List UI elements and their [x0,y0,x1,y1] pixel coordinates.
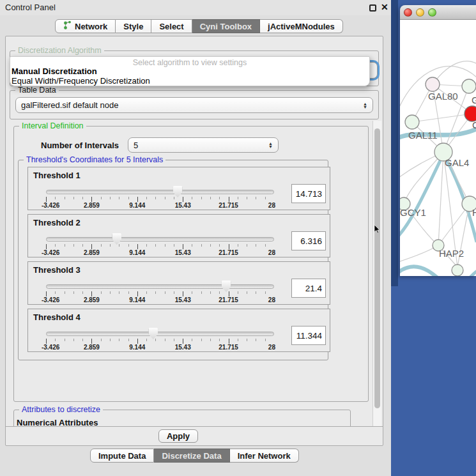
tab-discretize-label: Discretize Data [162,451,221,461]
slider-tick-labels: -3.426 2.859 9.144 15.43 21.715 28 [46,202,274,209]
zoom-traffic-icon[interactable] [428,8,436,17]
threshold-3-slider[interactable]: -3.426 2.859 9.144 15.43 21.715 28 [46,281,274,303]
algorithm-option-manual[interactable]: Manual Discretization [12,66,97,76]
slider-tick-labels: -3.426 2.859 9.144 15.43 21.715 28 [46,296,274,303]
slider-track[interactable] [46,284,274,289]
number-of-intervals-value: 5 [134,141,138,150]
attributes-group: Attributes to discretize Numerical Attri… [13,410,351,426]
slider-track[interactable] [46,237,274,242]
slider-thumb[interactable] [148,328,158,339]
network-canvas[interactable]: GAL80 GA C GAL11 GAL4 GCY1 H HAP2 [400,20,476,276]
slider-tick-labels: -3.426 2.859 9.144 15.43 21.715 28 [46,249,274,256]
tick-label: 15.43 [175,296,191,303]
tick-label: 15.43 [175,344,191,351]
divider [6,426,383,427]
tab-cyni-toolbox[interactable]: Cyni Toolbox [192,19,260,33]
float-window-icon[interactable] [369,4,376,12]
tick-label: 28 [268,296,275,303]
tick-label: 28 [268,249,275,256]
tick-label: 2.859 [84,296,100,303]
threshold-4-value-field[interactable]: 11.344 [291,326,326,345]
tick-label: -3.426 [42,344,59,351]
slider-tick-labels: -3.426 2.859 9.144 15.43 21.715 28 [46,344,274,351]
slider-track[interactable] [46,332,274,336]
slider-ticks [46,244,274,249]
table-data-combobox[interactable]: galFiltered.sif default node ▲▼ [15,97,373,113]
tab-impute-data[interactable]: Impute Data [90,449,154,463]
threshold-coordinates-label: Threshold's Coordinates for 5 Intervals [24,155,165,164]
minimize-traffic-icon[interactable] [416,8,424,17]
tab-network[interactable]: Network [55,19,116,33]
slider-ticks [46,197,274,202]
tick-label: 15.43 [175,249,191,256]
label-gal80: GAL80 [428,91,458,102]
slider-ticks [46,339,274,344]
stepper-icon: ▲▼ [268,142,273,148]
threshold-3-title: Threshold 3 [33,265,81,275]
close-traffic-icon[interactable] [404,8,412,17]
threshold-2-panel: Threshold 2 -3.426 2.859 9.144 15.43 21.… [27,214,330,257]
slider-track[interactable] [46,190,274,194]
tab-jactivemnodules[interactable]: jActiveMNodules [260,19,343,33]
slider-thumb[interactable] [222,280,231,292]
apply-button[interactable]: Apply [158,429,198,443]
threshold-1-value-field[interactable]: 14.713 [291,184,326,203]
tick-label: 9.144 [129,249,145,256]
stepper-icon: ▲▼ [363,102,367,109]
threshold-3-value-field[interactable]: 21.4 [291,279,326,298]
viewport-scrollbar[interactable] [372,121,381,426]
slider-thumb[interactable] [173,186,183,197]
threshold-4-slider[interactable]: -3.426 2.859 9.144 15.43 21.715 28 [46,328,274,350]
slider-thumb[interactable] [112,233,121,245]
desktop-background: GAL80 GA C GAL11 GAL4 GCY1 H HAP2 Table … [391,0,476,476]
tab-style[interactable]: Style [116,19,151,33]
tick-label: 21.715 [219,344,238,351]
tab-select-label: Select [159,22,183,31]
interval-definition-group: Interval Definition Number of Intervals … [13,126,369,402]
table-data-group: Table Data galFiltered.sif default node … [10,90,379,119]
nodes[interactable] [400,77,476,276]
threshold-1-slider[interactable]: -3.426 2.859 9.144 15.43 21.715 28 [46,187,274,208]
interval-definition-label: Interval Definition [19,121,86,130]
tick-label: 9.144 [129,202,145,209]
bottom-tab-bar: Impute Data Discretize Data Infer Networ… [90,449,299,463]
node-gal80[interactable] [426,77,440,91]
apply-button-label: Apply [167,431,190,441]
tick-label: 2.859 [84,249,100,256]
node-partial-top[interactable] [462,79,476,93]
tick-label: 2.859 [84,344,100,351]
control-panel-titlebar: Control Panel ✕ [0,0,391,15]
settings-scroll-viewport: Interval Definition Number of Intervals … [8,121,381,426]
tick-label: 28 [268,344,275,351]
tick-label: 28 [268,202,275,209]
table-data-label: Table Data [15,86,59,95]
discretization-algorithm-label: Discretization Algorithm [15,46,104,55]
tab-select[interactable]: Select [151,19,192,33]
network-window: GAL80 GA C GAL11 GAL4 GCY1 H HAP2 [400,5,476,276]
tick-label: 2.859 [84,202,100,209]
number-of-intervals-combobox[interactable]: 5 ▲▼ [128,137,279,153]
label-gal11: GAL11 [408,130,438,141]
threshold-2-value-field[interactable]: 6.316 [291,231,326,250]
close-icon[interactable]: ✕ [381,2,388,12]
desktop-shade [391,0,398,286]
threshold-4-title: Threshold 4 [33,312,81,322]
threshold-1-panel: Threshold 1 -3.426 2.859 9.144 15.43 21.… [27,167,330,210]
tab-infer-label: Infer Network [238,451,291,461]
node-partial-bottom[interactable] [452,265,463,276]
algorithm-option-equal-width[interactable]: Equal Width/Frequency Discretization [12,76,150,86]
tick-label: 21.715 [219,249,238,256]
network-icon [63,20,72,32]
algorithm-dropdown-popup: Select algorithm to view settings Manual… [10,56,370,86]
tab-discretize-data[interactable]: Discretize Data [154,449,229,463]
table-data-value: galFiltered.sif default node [21,100,118,110]
top-tab-bar: Network Style Select Cyni Toolbox jActiv… [55,19,343,33]
attributes-group-label: Attributes to discretize [19,405,103,414]
tab-infer-network[interactable]: Infer Network [230,449,299,463]
label-hap2: HAP2 [439,248,464,259]
label-partial-h: H [472,207,476,218]
tab-cyni-label: Cyni Toolbox [200,22,252,31]
node-gal11[interactable] [405,115,419,129]
threshold-2-slider[interactable]: -3.426 2.859 9.144 15.43 21.715 28 [46,234,274,256]
cyni-toolbox-panel: Discretization Algorithm Select algorith… [5,36,383,446]
